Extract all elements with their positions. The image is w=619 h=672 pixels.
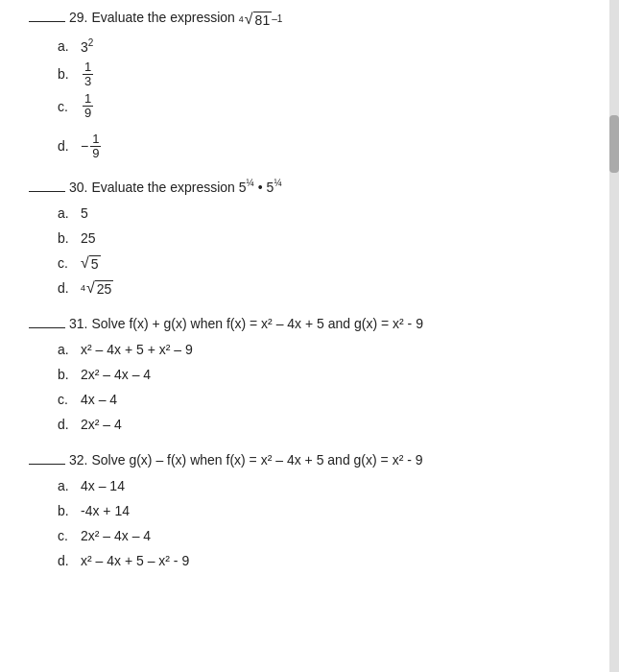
question-32: 32. Solve g(x) – f(x) when f(x) = x² – 4… xyxy=(29,452,590,571)
value-32a: 4x – 14 xyxy=(81,478,125,493)
choice-30b: b. 25 xyxy=(58,228,590,249)
choice-31a: a. x² – 4x + 5 + x² – 9 xyxy=(58,339,590,360)
letter-32c: c. xyxy=(58,528,81,543)
choice-31c: c. 4x – 4 xyxy=(58,389,590,410)
choice-30a: a. 5 xyxy=(58,203,590,224)
value-31a: x² – 4x + 5 + x² – 9 xyxy=(81,342,193,357)
question-number-30: 30. xyxy=(69,180,87,195)
value-32b: -4x + 14 xyxy=(81,503,130,518)
question-text-32: Solve g(x) – f(x) when f(x) = x² – 4x + … xyxy=(91,452,422,468)
scrollbar[interactable] xyxy=(609,0,619,672)
question-number-31: 31. xyxy=(69,316,87,331)
letter-30c: c. xyxy=(58,255,81,271)
value-30b: 25 xyxy=(81,230,96,246)
letter-30d: d. xyxy=(58,280,81,296)
value-29d: − 1 9 xyxy=(81,132,103,161)
scrollbar-thumb[interactable] xyxy=(609,115,619,173)
choice-32a: a. 4x – 14 xyxy=(58,475,590,496)
letter-29a: a. xyxy=(58,38,81,54)
choice-29d: d. − 1 9 xyxy=(58,132,590,161)
value-30c: √5 xyxy=(81,254,101,272)
choice-32b: b. -4x + 14 xyxy=(58,500,590,521)
value-30a: 5 xyxy=(81,205,88,221)
letter-32b: b. xyxy=(58,503,81,518)
letter-31c: c. xyxy=(58,392,81,407)
letter-30b: b. xyxy=(58,230,81,246)
question-number-29: 29. xyxy=(69,10,87,25)
letter-29b: b. xyxy=(58,66,81,82)
letter-30a: a. xyxy=(58,205,81,221)
question-30: 30. Evaluate the expression 5¼ • 5¼ a. 5… xyxy=(29,178,590,299)
letter-32d: d. xyxy=(58,553,81,568)
value-31c: 4x – 4 xyxy=(81,392,117,407)
answer-blank-30 xyxy=(29,191,65,192)
value-30d: 4√25 xyxy=(81,279,113,297)
sqrt5-icon: √5 xyxy=(81,255,101,272)
letter-32a: a. xyxy=(58,478,81,493)
letter-31d: d. xyxy=(58,417,81,432)
value-32c: 2x² – 4x – 4 xyxy=(81,528,151,543)
choice-29b: b. 1 3 xyxy=(58,60,590,89)
answer-blank-29 xyxy=(29,21,65,22)
choice-32c: c. 2x² – 4x – 4 xyxy=(58,525,590,546)
value-29b: 1 3 xyxy=(81,60,95,89)
value-29c: 1 9 xyxy=(81,92,95,121)
value-31d: 2x² – 4 xyxy=(81,417,122,432)
choices-29: a. 32 b. 1 3 c. 1 9 d. xyxy=(29,36,590,161)
choices-30: a. 5 b. 25 c. √5 d. 4√25 xyxy=(29,203,590,299)
question-31: 31. Solve f(x) + g(x) when f(x) = x² – 4… xyxy=(29,316,590,435)
choices-32: a. 4x – 14 b. -4x + 14 c. 2x² – 4x – 4 d… xyxy=(29,475,590,571)
choice-32d: d. x² – 4x + 5 – x² - 9 xyxy=(58,550,590,571)
value-31b: 2x² – 4x – 4 xyxy=(81,367,151,382)
question-text-31: Solve f(x) + g(x) when f(x) = x² – 4x + … xyxy=(91,316,422,331)
value-29a: 32 xyxy=(81,37,93,55)
question-text-30: Evaluate the expression 5¼ • 5¼ xyxy=(91,178,281,195)
choice-29c: c. 1 9 xyxy=(58,92,590,121)
choice-30c: c. √5 xyxy=(58,252,590,274)
choices-31: a. x² – 4x + 5 + x² – 9 b. 2x² – 4x – 4 … xyxy=(29,339,590,435)
letter-31b: b. xyxy=(58,367,81,382)
radical-icon: 4√81 xyxy=(239,12,272,28)
value-32d: x² – 4x + 5 – x² - 9 xyxy=(81,553,189,568)
question-text-29: Evaluate the expression 4√81 –1 xyxy=(91,10,282,28)
letter-29d: d. xyxy=(58,138,81,154)
choice-30d: d. 4√25 xyxy=(58,277,590,299)
answer-blank-32 xyxy=(29,464,65,465)
answer-blank-31 xyxy=(29,327,65,328)
letter-29c: c. xyxy=(58,99,81,114)
choice-29a: a. 32 xyxy=(58,36,590,57)
letter-31a: a. xyxy=(58,342,81,357)
choice-31b: b. 2x² – 4x – 4 xyxy=(58,364,590,385)
question-29: 29. Evaluate the expression 4√81 –1 a. 3… xyxy=(29,10,590,160)
choice-31d: d. 2x² – 4 xyxy=(58,414,590,435)
question-number-32: 32. xyxy=(69,452,87,468)
sqrt4-25-icon: 4√25 xyxy=(81,280,113,297)
